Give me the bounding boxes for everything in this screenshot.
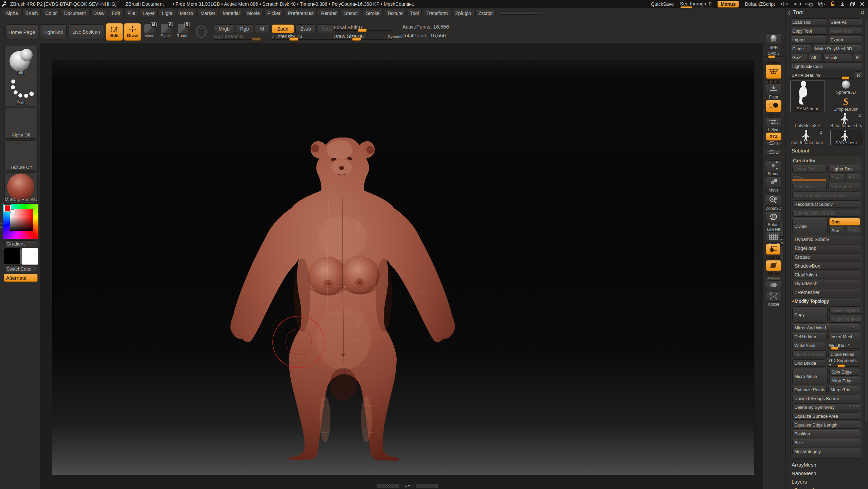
zoom3d-button[interactable]: Zoom3D [765, 194, 782, 211]
restore-icon[interactable] [850, 2, 855, 6]
focal-shift-slider[interactable]: Focal Shift 0 [333, 24, 392, 30]
menu-item[interactable]: File [124, 9, 138, 17]
tray-collapse-arrows[interactable]: ◂▸ [0, 221, 2, 229]
save-as-button[interactable]: Save As [829, 18, 862, 26]
lock-icon[interactable] [830, 1, 835, 7]
saturation-value-box[interactable] [10, 209, 33, 231]
meshintegrity-button[interactable]: MeshIntegrity [792, 448, 860, 455]
tray-thumb-empty[interactable]: Texture Off [4, 140, 38, 171]
rotate-button[interactable]: Rotate [765, 211, 782, 227]
convert-bpr-to-geo-button[interactable]: Convert BPR To Geo [792, 209, 860, 217]
tray-thumb-empty[interactable]: Alpha Off [4, 108, 38, 139]
rgb-button[interactable]: Rgb [236, 24, 253, 33]
see-through-handle[interactable] [681, 6, 692, 8]
menu-item[interactable]: Zplugin [452, 9, 474, 17]
all-button[interactable]: All [809, 54, 822, 61]
xpose-button[interactable]: Xpose [765, 292, 782, 307]
del-lower-button[interactable]: Del Lower [792, 183, 827, 190]
freeze-subdivision-levels-button[interactable]: Freeze SubDivision Levels [792, 192, 860, 199]
position-button[interactable]: Position [792, 430, 860, 437]
menu-item[interactable]: Color [42, 9, 59, 17]
tool-thumb-sana-bear-large[interactable]: SANA bear [790, 80, 825, 112]
menu-item[interactable]: Material [220, 9, 243, 17]
clone-button[interactable]: Clone [790, 45, 811, 52]
windows-next-icon[interactable] [818, 2, 825, 7]
menu-item[interactable]: Brush [22, 9, 41, 17]
welddist-1-slider[interactable]: WeldDist 1 [828, 342, 860, 349]
zsub-button[interactable]: Zsub [295, 24, 316, 33]
dynamesh-section[interactable]: DynaMesh [792, 280, 860, 287]
menu-item[interactable]: Marker [197, 9, 218, 17]
delete-by-symmetry-button[interactable]: Delete By Symmetryx y z [792, 403, 860, 411]
reuv-button[interactable]: ReUV [846, 227, 861, 234]
tool-thumb-base-female-bear[interactable]: 2Base female bea [830, 113, 862, 128]
r-button[interactable]: R [854, 54, 862, 61]
crease-section[interactable]: Crease [792, 253, 860, 261]
floor-axis-toggles[interactable]: x y z [766, 80, 777, 84]
size-button[interactable]: Size [792, 439, 860, 446]
spix-slider[interactable]: SPix 3 [764, 51, 783, 57]
m-button[interactable]: M [255, 24, 270, 33]
gd-segments-3-slider[interactable]: GD Segments 3 [828, 359, 860, 367]
micro-mesh-button[interactable]: Micro Mesh [792, 368, 828, 384]
tray-thumb-brush[interactable]: Inflat [4, 46, 38, 76]
mrgb-button[interactable]: Mrgb [214, 24, 234, 33]
tool-thumb-sana-bear-current[interactable]: SANA bear [830, 130, 862, 146]
goz-button[interactable]: GoZ [790, 54, 807, 61]
move-button[interactable]: Move [765, 177, 782, 193]
move-button[interactable]: M Move [144, 24, 155, 38]
unweld-groups-border-button[interactable]: Unweld Groups Border [792, 395, 860, 402]
equalize-surface-area-button[interactable]: Equalize Surface Area [792, 412, 860, 420]
load-tool-button[interactable]: Load Tool [790, 18, 827, 26]
paste-tool-button[interactable]: Paste Tool [829, 27, 862, 35]
paste-append-button[interactable]: Paste Append [829, 306, 862, 314]
spix-handle[interactable] [768, 55, 775, 58]
home-page-button[interactable]: Home Page [5, 24, 38, 39]
menu-item[interactable]: Render [318, 9, 340, 17]
suv-button[interactable]: Suv [829, 227, 844, 234]
scale-button[interactable]: S Scale [160, 24, 171, 38]
copy-button[interactable]: Copy [792, 306, 828, 323]
y-button[interactable]: Y [765, 141, 782, 145]
menu-item[interactable]: Preferences [285, 9, 317, 17]
ghost-button[interactable]: Ghost [765, 260, 782, 276]
sdiv-slider[interactable]: SDiv [792, 174, 828, 181]
l-sym-button[interactable]: L.Sym [765, 117, 782, 132]
menu-item[interactable]: Layer [140, 9, 158, 17]
windows-prev-icon[interactable] [806, 2, 813, 7]
higher-res-button[interactable]: Higher Res [828, 165, 860, 173]
panel-collapse-icon[interactable]: ❮ [788, 10, 791, 15]
lightbox-button[interactable]: LightBox [40, 24, 67, 39]
color-cursor[interactable] [11, 210, 14, 213]
tool-thumb-sphere3d[interactable]: Sphere3D [830, 80, 862, 95]
mergetris-button[interactable]: MergeTris [828, 386, 860, 393]
rstr-button[interactable]: Rstr [847, 174, 860, 181]
edit-button[interactable]: Edit [106, 23, 123, 41]
default-zscript-button[interactable]: DefaultZScript [745, 1, 775, 7]
lightbox-tools-button[interactable]: Lightbox▶Tools [790, 62, 862, 70]
tray-thumb-matcap[interactable]: MatCap Red Wax [4, 173, 38, 203]
menu-item[interactable]: Document [61, 9, 89, 17]
lower-res-button[interactable]: Lower Res [792, 165, 827, 173]
fibermesh-section[interactable]: FiberMesh [790, 486, 862, 489]
del-hidden-button[interactable]: Del Hidden [792, 333, 827, 340]
align-edge-button[interactable]: Align Edge [829, 377, 860, 384]
subtool-section[interactable]: Subtool [790, 147, 862, 154]
secondary-color-swatch[interactable] [21, 248, 38, 265]
export-button[interactable]: Export [829, 36, 862, 43]
bottom-tray-handle[interactable]: ▲▼ [376, 484, 439, 488]
menu-item[interactable]: Light [159, 9, 175, 17]
gradient-button[interactable]: Gradient [4, 240, 37, 247]
weldpoints-button[interactable]: WeldPoints [792, 342, 826, 349]
menu-item[interactable]: Tool [407, 9, 422, 17]
equalize-edge-length-button[interactable]: Equalize Edge Length [792, 421, 860, 429]
right-tray-handle[interactable]: ▶◀ [780, 221, 783, 261]
rgb-intensity-slider[interactable]: Rgb Intensity [214, 33, 258, 39]
restore-configuration-icon[interactable]: ↺ [860, 10, 865, 16]
smt-button[interactable]: Smt [829, 218, 860, 225]
copy-tool-button[interactable]: Copy Tool [790, 27, 827, 35]
paste-replace-button[interactable]: Paste Replace [829, 315, 862, 323]
make-polymesh3d-button[interactable]: Make PolyMesh3D [813, 45, 862, 52]
menu-item[interactable]: Zscript [475, 9, 496, 17]
layers-section[interactable]: Layers [790, 478, 862, 485]
